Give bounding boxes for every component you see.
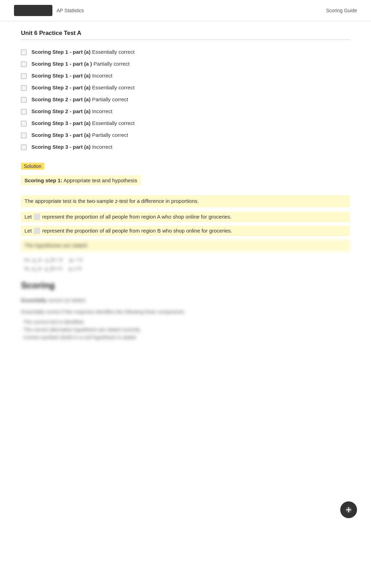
scoring-item-text: Scoring Step 2 - part (a) Essentially co…: [31, 84, 134, 90]
list-item[interactable]: Scoring Step 2 - part (a) Essentially co…: [21, 82, 350, 94]
scoring-item-text: Scoring Step 3 - part (a) Incorrect: [31, 144, 112, 150]
scoring-step-label: Scoring Step 2 - part (a): [31, 108, 90, 114]
list-item[interactable]: Scoring Step 3 - part (a) Partially corr…: [21, 129, 350, 141]
logo: [14, 5, 52, 16]
let-description-1: represent the proportion of all people f…: [42, 214, 232, 220]
checkbox[interactable]: [21, 121, 27, 126]
scoring-result: Partially correct: [92, 96, 128, 102]
scoring-result: Incorrect: [92, 73, 112, 79]
scoring-step-label: Scoring Step 3 - part (a): [31, 132, 90, 138]
solution-badge: Solution: [21, 163, 44, 170]
blurred-heading: Scoring: [21, 280, 350, 291]
header-left: AP Statistics: [14, 5, 84, 16]
floating-action-button[interactable]: [340, 501, 357, 518]
scoring-step-label: Scoring Step 2 - part (a): [31, 84, 90, 90]
checkbox[interactable]: [21, 50, 27, 55]
checkbox[interactable]: [21, 109, 27, 115]
scoring-result: Essentially correct: [92, 120, 134, 126]
checkbox[interactable]: [21, 85, 27, 91]
hypothesis-label-line: The hypotheses are stated:: [21, 240, 350, 252]
list-item[interactable]: Scoring Step 1 - part (a ) Partially cor…: [21, 58, 350, 70]
let-line-2: Let represent the proportion of all peop…: [21, 226, 350, 236]
scoring-step-label: Scoring Step 2 - part (a): [31, 96, 90, 102]
page-header: AP Statistics Scoring Guide: [0, 0, 371, 21]
page-title: Unit 6 Practice Test A: [21, 30, 350, 40]
checkbox[interactable]: [21, 145, 27, 150]
scoring-result: Incorrect: [92, 144, 112, 150]
let-description-2: represent the proportion of all people f…: [42, 228, 232, 234]
checkbox[interactable]: [21, 97, 27, 103]
scoring-item-text: Scoring Step 2 - part (a) Partially corr…: [31, 96, 128, 102]
step-header-label: Scoring step 1:: [24, 177, 62, 183]
step-description: The appropriate test is the two-sample z…: [21, 195, 350, 207]
blurred-criteria-list: · The correct test is identified. · The …: [21, 319, 350, 340]
blurred-list-item-3: · Correct symbols (both) in a null hypot…: [21, 335, 350, 340]
step-header-text: Appropriate test and hypothesis: [64, 177, 137, 183]
scoring-guide-label: Scoring Guide: [326, 8, 357, 13]
variable-box-a: [34, 214, 40, 220]
scoring-item-text: Scoring Step 1 - part (a ) Partially cor…: [31, 61, 130, 67]
scoring-item-text: Scoring Step 1 - part (a) Incorrect: [31, 73, 112, 79]
scoring-result: Partially correct: [92, 132, 128, 138]
scoring-step-label: Scoring Step 1 - part (a ): [31, 61, 92, 67]
scoring-step-label: Scoring Step 1 - part (a): [31, 73, 90, 79]
floating-icon: [345, 506, 352, 514]
let-label: Let: [24, 228, 32, 234]
blurred-para-1-text: correct (or better): [48, 297, 86, 303]
variable-box-b: [34, 228, 40, 234]
step-header-block: Scoring step 1: Appropriate test and hyp…: [21, 175, 350, 190]
blurred-para-2: Essentially correct if the response iden…: [21, 308, 350, 316]
let-label: Let: [24, 214, 32, 220]
checkbox[interactable]: [21, 61, 27, 67]
scoring-item-text: Scoring Step 3 - part (a) Essentially co…: [31, 120, 134, 126]
scoring-result: Essentially correct: [92, 84, 134, 90]
scoring-item-text: Scoring Step 3 - part (a) Partially corr…: [31, 132, 128, 138]
main-content: Unit 6 Practice Test A Scoring Step 1 - …: [0, 21, 371, 361]
blurred-essentially-label: Essentially: [21, 297, 46, 303]
let-line-1: Let represent the proportion of all peop…: [21, 212, 350, 222]
blurred-list-item-1: · The correct test is identified.: [21, 319, 350, 325]
scoring-step-header: Scoring step 1: Appropriate test and hyp…: [21, 175, 141, 185]
list-item[interactable]: Scoring Step 1 - part (a) Essentially co…: [21, 46, 350, 58]
blurred-para-1: Essentially correct (or better): [21, 296, 350, 304]
list-item[interactable]: Scoring Step 1 - part (a) Incorrect: [21, 70, 350, 82]
checkbox[interactable]: [21, 133, 27, 138]
null-hypothesis: H₀: p_A - p_B = 0 p₀ = 0: [24, 256, 347, 264]
alt-hypothesis: Hₐ: p_A - p_B ≠ 0 pₐ ≠ 0: [24, 264, 347, 273]
solution-section: Solution Scoring step 1: Appropriate tes…: [21, 163, 350, 340]
scoring-step-label: Scoring Step 3 - part (a): [31, 144, 90, 150]
blurred-list-item-2: · The correct alternative hypothesis are…: [21, 327, 350, 332]
checkbox[interactable]: [21, 73, 27, 79]
list-item[interactable]: Scoring Step 2 - part (a) Incorrect: [21, 105, 350, 117]
list-item[interactable]: Scoring Step 3 - part (a) Incorrect: [21, 141, 350, 153]
scoring-item-text: Scoring Step 2 - part (a) Incorrect: [31, 108, 112, 114]
hypothesis-block: The hypotheses are stated: H₀: p_A - p_B…: [21, 240, 350, 273]
subject-label: AP Statistics: [57, 8, 84, 13]
blurred-scoring-section: Scoring Essentially correct (or better) …: [21, 280, 350, 340]
scoring-result: Partially correct: [94, 61, 130, 67]
scoring-result: Incorrect: [92, 108, 112, 114]
list-item[interactable]: Scoring Step 2 - part (a) Partially corr…: [21, 94, 350, 105]
scoring-step-label: Scoring Step 3 - part (a): [31, 120, 90, 126]
list-item[interactable]: Scoring Step 3 - part (a) Essentially co…: [21, 117, 350, 129]
hypothesis-equations: H₀: p_A - p_B = 0 p₀ = 0 Hₐ: p_A - p_B ≠…: [24, 256, 347, 273]
scoring-result: Essentially correct: [92, 49, 134, 55]
scoring-step-label: Scoring Step 1 - part (a): [31, 49, 90, 55]
scoring-item-text: Scoring Step 1 - part (a) Essentially co…: [31, 49, 134, 55]
scoring-list: Scoring Step 1 - part (a) Essentially co…: [21, 46, 350, 153]
